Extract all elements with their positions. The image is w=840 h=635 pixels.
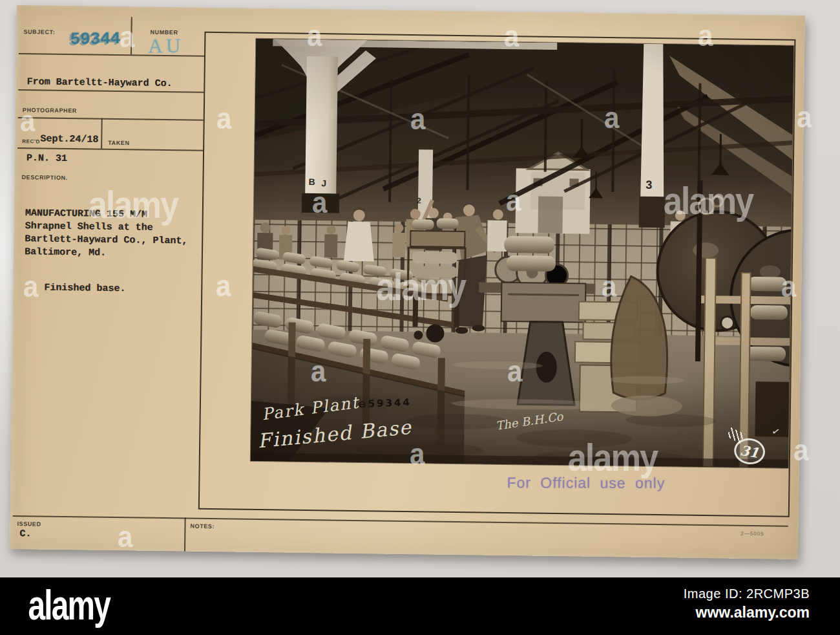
image-id-block: Image ID: 2RCMP3B www.alamy.com [684,587,810,621]
from-line: From Barteltt-Hayward Co. [26,76,172,89]
negative-number-stamp: ⊖59344 [358,396,412,410]
photographer-label: PHOTOGRAPHER [23,107,77,114]
column-mark-2: 2 [417,196,421,205]
header-divider [131,17,132,54]
subject-number-stamp: 59344 [70,29,120,49]
footer-bar: alamy Image ID: 2RCMP3B www.alamy.com [0,577,840,635]
taken-label: TAKEN [108,140,129,146]
subject-label: SUBJECT: [23,28,55,36]
alamy-stock-preview: SUBJECT: 59344 NUMBER AU From Barteltt-H… [0,0,840,635]
column-mark-3: 3 [646,178,652,192]
alamy-logo: alamy [28,581,109,629]
official-use-stamp: For Official use only [507,474,665,492]
issued-notes-divider [184,517,186,551]
description-label: DESCRIPTION. [21,174,67,181]
rule-bottom [13,515,788,527]
received-label: REC'D [22,138,40,144]
number-code-stamp: AU [148,34,184,58]
archive-card: SUBJECT: 59344 NUMBER AU From Barteltt-H… [10,5,805,559]
alamy-url: www.alamy.com [684,604,810,621]
factory-photograph: B J 2 3 ⊖59344 Park Plant Finished Base … [251,39,793,468]
corner-number: 31 [739,442,761,460]
received-date: Sept.24/18 [40,133,98,145]
rule-from [18,89,204,93]
rule-recd [17,147,203,151]
notes-label: NOTES: [190,523,215,530]
description-line: Baltimore, Md. [25,246,187,261]
column-mark-j: J [321,178,326,188]
image-id: Image ID: 2RCMP3B [684,587,810,601]
plate-number: P.N. 31 [26,153,67,164]
description-text: MANUFACTURING 155 M/M Shrapnel Shells at… [25,207,188,261]
column-mark-b: B [308,177,315,187]
caption-line: Finished base. [44,283,125,295]
issued-code: C. [19,528,31,539]
form-number: 2—5005 [740,531,764,537]
recd-taken-divider [101,118,103,149]
issued-label: ISSUED [17,521,41,527]
rule-photographer [18,117,204,121]
